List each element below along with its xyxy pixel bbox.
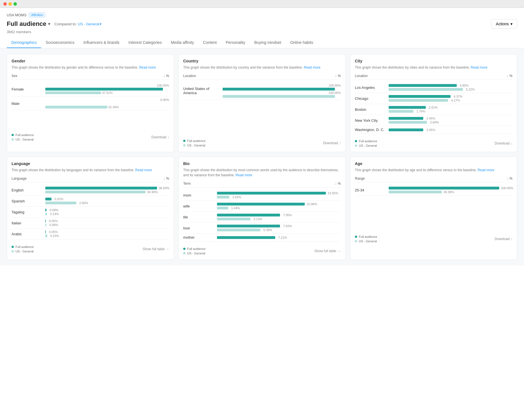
age-desc: This graph shows the distribution by age… (355, 168, 512, 173)
city-nyc-row: New York City 2.45% 2.69% (355, 115, 512, 126)
country-legend-dot-baseline (183, 144, 185, 146)
age-download-icon: ↓ (511, 237, 512, 241)
city-download-button[interactable]: Download ↓ (495, 141, 512, 145)
tab-interests[interactable]: Interest Categories (124, 37, 166, 48)
age-footer: Full audience US - General Download ↓ (355, 233, 512, 243)
gender-legend-baseline: US - General (12, 138, 34, 141)
country-table-header: Location ↓ % (183, 74, 341, 80)
language-arabic-bar1 (45, 231, 46, 233)
bio-col-sort[interactable]: ↓ % (335, 182, 341, 186)
country-legend-baseline: US - General (183, 144, 205, 147)
language-arabic-bars: 0.05% 0.15% (45, 230, 169, 238)
gender-read-more[interactable]: Read more (139, 66, 156, 69)
bio-mother-bar1 (217, 236, 275, 239)
language-col-label: Language (12, 177, 163, 180)
age-2534-bars: 100.00% 45.58% (389, 186, 512, 194)
city-chicago-label: Chicago (355, 96, 389, 101)
content: Gender This graph shows the distribution… (0, 48, 524, 265)
close-button[interactable] (3, 2, 7, 6)
bio-desc: This graph shows the distribution by mos… (183, 168, 341, 178)
country-read-more[interactable]: Read more (304, 66, 320, 69)
bio-legend: Full audience US - General (183, 247, 205, 255)
gender-female-bar2 (45, 91, 101, 94)
city-col-sort[interactable]: ↓ % (507, 74, 512, 78)
city-dc-label: Washington, D. C. (355, 128, 389, 132)
audience-chevron-icon[interactable]: ▾ (48, 22, 50, 26)
age-legend-dot-full (355, 236, 357, 238)
country-download-button[interactable]: Download ↓ (323, 141, 341, 145)
language-desc: This graph shows the distribution by lan… (12, 168, 169, 173)
city-dc-bars: 2.45% (389, 128, 512, 132)
members-count: 3662 members (7, 30, 517, 34)
gender-title: Gender (12, 59, 169, 63)
tab-influencers[interactable]: Influencers & brands (79, 37, 124, 48)
breadcrumb-title: USA MOMS (7, 13, 26, 17)
city-read-more[interactable]: Read more (471, 66, 487, 69)
bio-show-full-button[interactable]: Show full table → (314, 249, 341, 253)
actions-button[interactable]: Actions ▾ (491, 19, 517, 29)
bio-mom-row: mom 13.55% 1.62% (183, 190, 341, 201)
gender-sort-icon: ↓ (163, 74, 165, 78)
country-col-sort[interactable]: ↓ % (335, 74, 341, 78)
baseline-link[interactable]: US - General ▾ (78, 22, 102, 26)
city-legend-dot-full (355, 140, 357, 142)
country-sort-icon: ↓ (335, 74, 337, 78)
bio-mom-label: mom (183, 193, 217, 197)
language-col-sort[interactable]: ↓ % (163, 177, 169, 180)
tab-personality[interactable]: Personality (221, 37, 250, 48)
gender-male-label: Male (12, 101, 45, 106)
bio-wife-row: wife 10.96% 1.44% (183, 201, 341, 212)
tab-content[interactable]: Content (198, 37, 221, 48)
bio-title: Bio (183, 161, 341, 166)
gender-col-label: Sex (12, 74, 163, 78)
gender-col-sort[interactable]: ↓ % (163, 74, 169, 78)
bio-legend-full: Full audience (183, 247, 205, 250)
header: USA MOMS Affinities Full audience ▾ Comp… (0, 8, 524, 48)
city-sort-icon: ↓ (507, 74, 508, 78)
language-spanish-row: Spanish 0.52% 2.60% (12, 196, 169, 207)
bio-wife-bar1 (217, 203, 305, 206)
bio-show-full-icon: → (337, 249, 341, 253)
city-chicago-bar1 (389, 95, 451, 98)
tab-buying[interactable]: Buying mindset (250, 37, 286, 48)
minimize-button[interactable] (8, 2, 12, 6)
tab-media[interactable]: Media affinity (166, 37, 198, 48)
language-arabic-label: Arabic (12, 232, 45, 236)
age-download-button[interactable]: Download ↓ (495, 237, 512, 241)
language-show-full-button[interactable]: Show full table → (143, 247, 169, 251)
bio-col-label: Term (183, 182, 335, 186)
actions-chevron-icon: ▾ (510, 22, 512, 26)
city-nyc-bar1 (389, 117, 423, 120)
city-boston-row: Boston 2.61% 1.79% (355, 104, 512, 115)
country-legend-dot-full (183, 140, 185, 142)
affinities-badge[interactable]: Affinities (29, 12, 45, 17)
gender-download-button[interactable]: Download ↓ (151, 135, 169, 139)
age-legend-baseline: US - General (355, 240, 377, 243)
tab-socioeconomics[interactable]: Socioeconomics (41, 37, 79, 48)
language-italian-bars: 0.05% 0.08% (45, 219, 169, 227)
age-col-sort[interactable]: ↓ % (507, 177, 512, 180)
language-english-bar1 (45, 187, 157, 189)
gender-male-bars: 0.00% 52.49% (45, 98, 169, 109)
language-italian-row: Italian 0.05% 0.08% (12, 218, 169, 229)
tab-online[interactable]: Online habits (286, 37, 318, 48)
bio-read-more[interactable]: Read more (236, 173, 252, 177)
city-chicago-bars: 4.37% 4.17% (389, 95, 512, 102)
breadcrumb: USA MOMS Affinities (7, 12, 517, 17)
city-la-bars: 4.85% 5.22% (389, 84, 512, 91)
bio-love-row: love 7.92% 5.39% (183, 223, 341, 234)
city-boston-label: Boston (355, 107, 389, 112)
gender-footer: Full audience US - General Download ↓ (12, 131, 169, 141)
language-legend-baseline: US - General (12, 250, 34, 253)
maximize-button[interactable] (14, 2, 17, 6)
age-sort-icon: ↓ (507, 177, 508, 180)
titlebar (0, 0, 524, 8)
language-read-more[interactable]: Read more (135, 168, 152, 172)
audience-title: Full audience ▾ (7, 20, 50, 28)
tab-demographics[interactable]: Demographics (7, 37, 41, 48)
age-read-more[interactable]: Read more (478, 168, 494, 172)
language-italian-bar1 (45, 220, 46, 222)
language-table-header: Language ↓ % (12, 177, 169, 182)
language-spanish-bar1 (45, 198, 51, 200)
gender-female-row: Female 100.00% 47.51% (12, 82, 169, 96)
